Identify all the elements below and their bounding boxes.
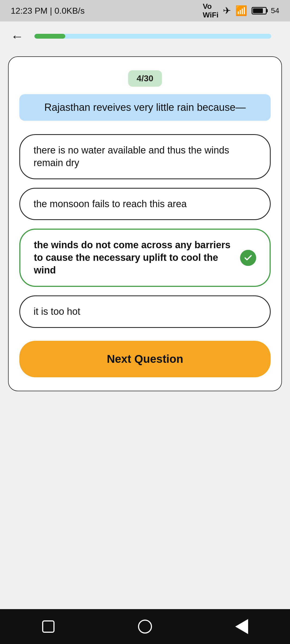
quiz-card: 4/30 Rajasthan reveives very little rain…: [8, 56, 282, 391]
correct-check-icon: [240, 250, 256, 266]
progress-bar: [34, 34, 271, 39]
recent-button[interactable]: [137, 619, 153, 635]
square-icon: [42, 620, 55, 633]
triangle-icon: [235, 619, 248, 634]
battery-icon: [252, 7, 267, 14]
option-a[interactable]: there is no water available and thus the…: [19, 134, 271, 179]
top-nav: ←: [0, 21, 290, 51]
status-bar: 12:23 PM | 0.0KB/s VoWiFi ✈ 📶 54: [0, 0, 290, 21]
option-c[interactable]: the winds do not come across any barrier…: [19, 229, 271, 287]
circle-icon: [138, 620, 152, 634]
option-d-text: it is too hot: [34, 305, 80, 318]
status-time: 12:23 PM | 0.0KB/s: [11, 6, 85, 16]
airplane-icon: ✈: [223, 5, 231, 16]
bottom-nav: [0, 609, 290, 644]
option-b-text: the monsoon fails to reach this area: [34, 198, 187, 210]
options-list: there is no water available and thus the…: [19, 134, 271, 328]
question-text: Rajasthan reveives very little rain beca…: [19, 94, 271, 121]
back-nav-button[interactable]: [234, 619, 250, 635]
status-icons: VoWiFi ✈ 📶 54: [203, 2, 279, 19]
option-c-text: the winds do not come across any barrier…: [34, 239, 235, 276]
option-d[interactable]: it is too hot: [19, 295, 271, 328]
home-button[interactable]: [40, 619, 56, 635]
progress-fill: [34, 34, 65, 39]
back-button[interactable]: ←: [11, 29, 24, 44]
option-a-text: there is no water available and thus the…: [34, 144, 256, 169]
next-question-button[interactable]: Next Question: [19, 341, 271, 377]
vowifi-label: VoWiFi: [203, 2, 219, 19]
battery-percent: 54: [271, 6, 279, 15]
question-counter: 4/30: [128, 70, 162, 87]
wifi-icon: 📶: [235, 5, 247, 16]
option-b[interactable]: the monsoon fails to reach this area: [19, 188, 271, 220]
